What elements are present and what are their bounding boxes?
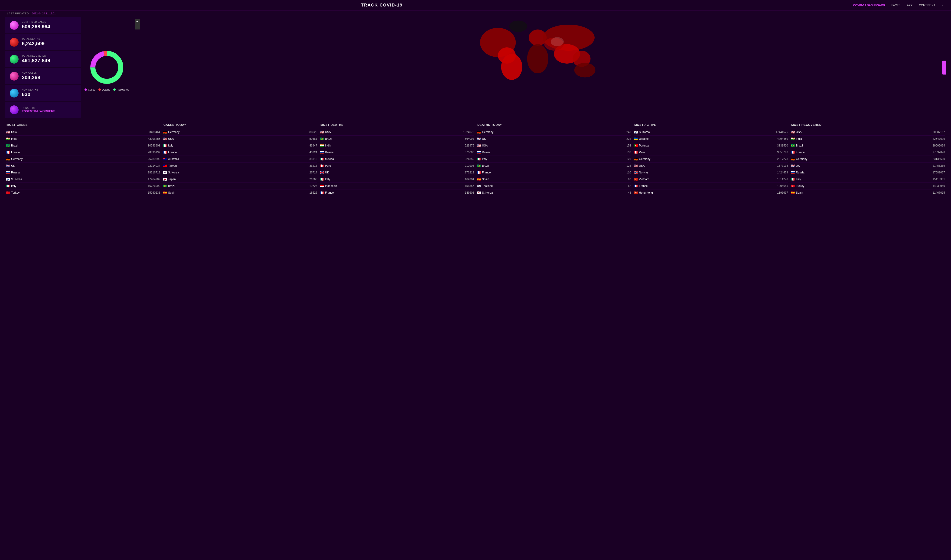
country-label: USA	[325, 131, 331, 134]
table-row[interactable]: 🇵🇹Portugal3831520	[634, 142, 788, 149]
cases-legend: Cases	[85, 88, 95, 91]
zoom-out-button[interactable]: -	[135, 25, 140, 29]
country-flag: 🇹🇭	[477, 184, 481, 188]
country-value: 136	[626, 151, 631, 154]
table-row[interactable]: 🇮🇹Italy16726990	[6, 183, 160, 189]
table-row[interactable]: 🇯🇵Japan21368	[163, 176, 317, 183]
table-row[interactable]: 🇧🇷Brazil19725	[163, 183, 317, 189]
table-row[interactable]: 🇭🇰Hong Kong1196697	[634, 189, 788, 196]
table-row[interactable]: 🇺🇦Ukraine4894459	[634, 135, 788, 142]
table-row[interactable]: 🇵🇪Peru212906	[320, 163, 474, 169]
country-flag: 🇷🇺	[320, 151, 324, 154]
country-label: France	[168, 151, 177, 154]
table-row[interactable]: 🇷🇺Russia376696	[320, 149, 474, 156]
table-row[interactable]: 🇮🇹Italy125	[477, 156, 631, 163]
table-row[interactable]: 🇩🇪Germany25289590	[6, 156, 160, 163]
table-row[interactable]: 🇮🇹Italy164304	[320, 176, 474, 183]
table-row[interactable]: 🇹🇭Thailand62	[477, 183, 631, 189]
country-flag: 🇺🇸	[477, 144, 481, 148]
table-row[interactable]: 🇺🇸USA153	[477, 142, 631, 149]
table-row[interactable]: 🇮🇳India523975	[320, 142, 474, 149]
table-row[interactable]: 🇩🇪Germany23135500	[791, 156, 945, 163]
table-row[interactable]: 🇪🇸Spain18526	[163, 189, 317, 196]
table-row[interactable]: 🇹🇼Taiwan36213	[163, 163, 317, 169]
table-row[interactable]: 🇩🇪Germany86026	[163, 129, 317, 135]
country-label: Brazil	[11, 144, 18, 147]
nav-link-app[interactable]: APP	[907, 4, 913, 7]
table-row[interactable]: 🇫🇷France40224	[163, 149, 317, 156]
table-row[interactable]: 🇺🇸USA83488464	[6, 129, 160, 135]
table-row[interactable]: 🇲🇽Mexico324350	[320, 156, 474, 163]
table-row[interactable]: 🇮🇳India42547699	[791, 135, 945, 142]
nav-title: TRACK COVID-19	[194, 3, 569, 8]
country-label: S. Korea	[482, 191, 493, 194]
country-name: 🇧🇷Brazil	[477, 164, 489, 168]
country-label: Spain	[168, 191, 175, 194]
table-row[interactable]: 🇫🇷France28890139	[6, 149, 160, 156]
zoom-in-button[interactable]: +	[135, 19, 140, 24]
table-row[interactable]: 🇬🇧UK228	[477, 135, 631, 142]
table-row[interactable]: 🇬🇧UK22114034	[6, 163, 160, 169]
table-row[interactable]: 🇳🇴Norway1424479	[634, 169, 788, 176]
table-row[interactable]: 🇺🇸USA1024072	[320, 129, 474, 135]
table-row[interactable]: 🇷🇺Russia17588067	[791, 169, 945, 176]
table-row[interactable]: 🇮🇳India43098285	[6, 135, 160, 142]
country-name: 🇪🇸Spain	[163, 191, 175, 195]
table-row[interactable]: 🇧🇷Brazil124	[477, 163, 631, 169]
table-row[interactable]: 🇫🇷France1205655	[634, 183, 788, 189]
table-row[interactable]: 🇬🇧UK21456269	[791, 163, 945, 169]
table-row[interactable]: 🇫🇷France110	[477, 169, 631, 176]
table-row[interactable]: 🇮🇹Italy43947	[163, 142, 317, 149]
country-flag: 🇹🇼	[163, 164, 167, 168]
country-flag: 🇫🇷	[791, 151, 795, 154]
table-row[interactable]: 🇰🇷S. Korea26714	[163, 169, 317, 176]
table-row[interactable]: 🇦🇺Australia38113	[163, 156, 317, 163]
table-row[interactable]: 🇧🇷Brazil30543908	[6, 142, 160, 149]
table-row[interactable]: 🇺🇸USA50461	[163, 135, 317, 142]
country-name: 🇮🇹Italy	[163, 144, 173, 148]
table-row[interactable]: 🇷🇺Russia136	[477, 149, 631, 156]
nav-link-facts[interactable]: FACTS	[891, 4, 900, 7]
country-flag: 🇫🇷	[634, 184, 638, 188]
table-row[interactable]: 🇧🇷Brazil664091	[320, 135, 474, 142]
country-value: 18216719	[148, 171, 160, 174]
country-value: 1577195	[777, 164, 788, 168]
country-name: 🇮🇹Italy	[6, 184, 16, 188]
donate-card[interactable]: DONATE TO ESSENTIAL WORKERS	[5, 102, 81, 118]
table-row[interactable]: 🇩🇪Germany2017278	[634, 156, 788, 163]
table-row[interactable]: 🇧🇷Brazil29609094	[791, 142, 945, 149]
country-label: Russia	[11, 171, 20, 174]
table-row[interactable]: 🇺🇸USA80887197	[791, 129, 945, 135]
nav-link-continent[interactable]: CONTINENT	[919, 4, 935, 7]
table-row[interactable]: 🇰🇷S. Korea48	[477, 189, 631, 196]
table-row[interactable]: 🇪🇸Spain11467015	[791, 189, 945, 196]
table-row[interactable]: 🇵🇪Peru3355786	[634, 149, 788, 156]
table-row[interactable]: 🇩🇪Germany248	[477, 129, 631, 135]
table-row[interactable]: 🇹🇷Turkey14938050	[791, 183, 945, 189]
country-label: S. Korea	[168, 171, 179, 174]
table-row[interactable]: 🇰🇷S. Korea17464782	[6, 176, 160, 183]
country-label: Russia	[796, 171, 805, 174]
table-row[interactable]: 🇫🇷France146608	[320, 189, 474, 196]
deaths-today-title: DEATHS TODAY	[476, 123, 632, 126]
continent-dropdown-icon[interactable]: ▼	[942, 4, 944, 6]
table-row[interactable]: 🇮🇹Italy15416301	[791, 176, 945, 183]
table-row[interactable]: 🇰🇷S. Korea17441576	[634, 129, 788, 135]
country-name: 🇵🇪Peru	[634, 151, 645, 154]
country-label: Ukraine	[639, 137, 648, 140]
table-row[interactable]: 🇺🇸USA1577195	[634, 163, 788, 169]
table-row[interactable]: 🇪🇸Spain67	[477, 176, 631, 183]
country-value: 67	[628, 178, 631, 181]
table-row[interactable]: 🇮🇩Indonesia156357	[320, 183, 474, 189]
table-row[interactable]: 🇻🇳Vietnam1311278	[634, 176, 788, 183]
nav-link-dashboard[interactable]: COVID-19 DASHBOARD	[853, 4, 885, 7]
table-row[interactable]: 🇹🇷Turkey15040238	[6, 189, 160, 196]
table-row[interactable]: 🇫🇷France27537876	[791, 149, 945, 156]
country-value: 83488464	[148, 131, 160, 134]
table-row[interactable]: 🇬🇧UK176212	[320, 169, 474, 176]
sidebar-toggle-tab[interactable]	[942, 61, 946, 74]
country-value: 146608	[465, 191, 474, 194]
table-row[interactable]: 🇷🇺Russia18216719	[6, 169, 160, 176]
new-deaths-card: NEW DEATHS 630	[5, 85, 81, 101]
country-flag: 🇩🇪	[477, 130, 481, 134]
